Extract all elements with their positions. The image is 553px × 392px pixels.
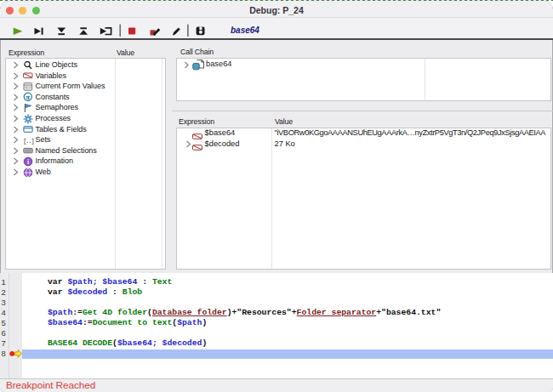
- svg-text:i: i: [27, 158, 29, 166]
- svg-text:π: π: [26, 94, 31, 101]
- svg-text:[..]: [..]: [23, 137, 33, 144]
